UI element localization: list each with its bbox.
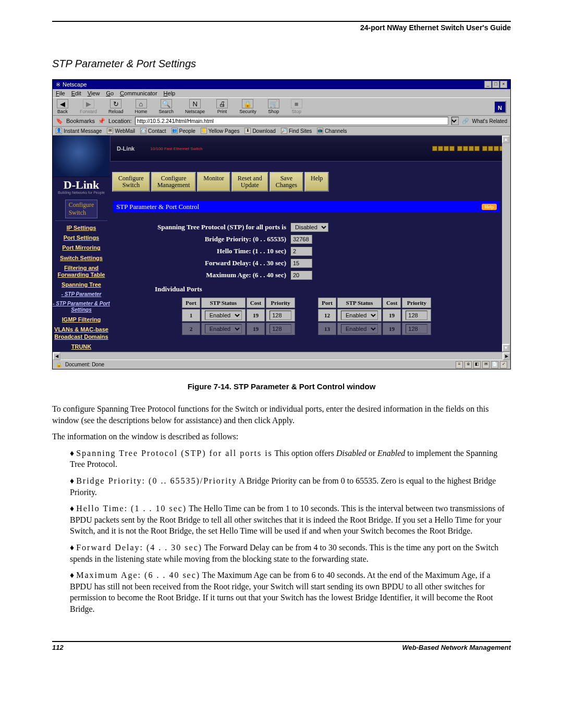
search-button[interactable]: 🔍Search	[159, 99, 174, 114]
link-contact[interactable]: 📇Contact	[140, 128, 166, 134]
netscape-button[interactable]: NNetscape	[185, 99, 205, 114]
netscape-corner-icon: N	[494, 101, 506, 113]
help-button[interactable]: Help	[482, 204, 497, 210]
scroll-right-icon[interactable]: ▶	[503, 352, 510, 360]
menu-communicator[interactable]: Communicator	[120, 90, 157, 96]
sidebar-spanning-tree[interactable]: Spanning Tree	[62, 281, 101, 288]
globe-image	[53, 135, 109, 177]
whats-related[interactable]: What's Related	[472, 118, 508, 124]
window-title: Netscape	[63, 81, 87, 88]
reload-button[interactable]: ↻Reload	[108, 99, 124, 114]
sidebar-vlans[interactable]: VLANs & MAC-base Broadcast Domains	[53, 326, 110, 340]
tab-configure-management[interactable]: ConfigureManagement	[151, 172, 197, 192]
tabs: ConfigureSwitch ConfigureManagement Moni…	[112, 172, 508, 192]
statusbar: 🔒 Document: Done ≡ ※ ◧ ✉ 📄 ✓	[53, 360, 510, 369]
people-icon: 👥	[172, 128, 178, 134]
vertical-scrollbar[interactable]: ▲ ▼	[502, 135, 510, 352]
bookmarks-button[interactable]: Bookmarks	[66, 118, 95, 124]
toolbar: ◀Back ▶Forward ↻Reload ⌂Home 🔍Search NNe…	[53, 97, 510, 116]
table-row: 1 Enabled 19 12 Enabled 19	[182, 309, 431, 322]
sidebar-top-configure[interactable]: Configure Switch	[65, 200, 98, 218]
th-status: STP Status	[201, 298, 246, 308]
sidebar-ip[interactable]: IP Settings	[67, 225, 96, 231]
back-button[interactable]: ◀Back	[57, 99, 68, 114]
sidebar-filtering[interactable]: Filtering and Forwarding Table	[53, 265, 110, 278]
doc-header: 24-port NWay Ethernet Switch User's Guid…	[52, 23, 511, 32]
port-status-select[interactable]: Enabled	[205, 311, 242, 320]
menu-view[interactable]: View	[88, 90, 100, 96]
footer-right: Web-Based Network Management	[402, 644, 511, 651]
tab-monitor[interactable]: Monitor	[197, 172, 230, 192]
link-channels[interactable]: 📺Channels	[317, 128, 347, 134]
link-webmail[interactable]: ✉WebMail	[107, 128, 135, 134]
dlink-tagline: Building Networks for People	[58, 191, 105, 194]
lock-status-icon: 🔒	[56, 362, 62, 367]
maximize-button[interactable]: □	[492, 81, 499, 88]
scroll-down-icon[interactable]: ▼	[502, 344, 510, 352]
port-status-select[interactable]: Enabled	[341, 311, 378, 320]
mail-icon: ✉	[107, 128, 113, 134]
close-button[interactable]: ×	[500, 81, 507, 88]
port-priority-input[interactable]	[270, 311, 291, 320]
forward-button[interactable]: ▶Forward	[80, 99, 97, 114]
fd-input[interactable]	[290, 258, 312, 268]
individual-ports-label: Individual Ports	[155, 285, 458, 293]
sidebar-switch-settings[interactable]: Switch Settings	[60, 255, 103, 262]
scroll-left-icon[interactable]: ◀	[53, 352, 60, 360]
shop-button[interactable]: 🛒Shop	[268, 99, 279, 114]
bp-input[interactable]	[290, 235, 312, 244]
bullet-item: ♦ Hello Time: (1 . . 10 sec) The Hello T…	[67, 503, 511, 537]
tab-help[interactable]: Help	[304, 172, 329, 192]
status-icon: ◧	[473, 361, 481, 368]
link-people[interactable]: 👥People	[172, 128, 195, 134]
tab-reset-update[interactable]: Reset andUpdate	[231, 172, 268, 192]
link-instant-message[interactable]: 👤Instant Message	[56, 128, 102, 134]
body-para-1: To configure Spanning Tree Protocol func…	[52, 403, 511, 426]
security-button[interactable]: 🔒Security	[239, 99, 256, 114]
menu-help[interactable]: Help	[164, 90, 176, 96]
location-input[interactable]	[135, 117, 448, 125]
section-title: STP Parameter & Port Settings	[52, 58, 511, 70]
sidebar-igmp[interactable]: IGMP Filtering	[62, 316, 101, 323]
find-icon: 🔎	[281, 128, 287, 134]
horizontal-scrollbar[interactable]: ◀ ▶	[53, 352, 510, 360]
menu-go[interactable]: Go	[106, 90, 114, 96]
sidebar-trunk[interactable]: TRUNK	[71, 343, 92, 350]
sidebar-stp-param-port[interactable]: - STP Parameter & Port Settings	[53, 301, 110, 313]
sidebar-port-mirror[interactable]: Port Mirroring	[62, 244, 100, 251]
stop-button[interactable]: ■Stop	[291, 99, 302, 114]
bp-label: Bridge Priority: (0 . . 65535)	[155, 235, 290, 243]
menu-edit[interactable]: Edit	[71, 90, 81, 96]
im-icon: 👤	[56, 128, 62, 134]
status-icon: ✓	[500, 361, 507, 368]
link-yellow-pages[interactable]: 📒Yellow Pages	[201, 128, 240, 134]
reload-icon: ↻	[110, 99, 121, 108]
sidebar-stp-parameter[interactable]: - STP Parameter	[62, 291, 102, 298]
search-icon: 🔍	[161, 99, 172, 108]
sidebar-port-settings[interactable]: Port Settings	[64, 235, 99, 241]
location-drop[interactable]	[451, 117, 459, 125]
lock-icon: 🔒	[242, 99, 253, 108]
fd-label: Forward Delay: (4 . . 30 sec)	[155, 259, 290, 267]
netscape-logo-icon: N	[189, 99, 201, 108]
th-port: Port	[182, 298, 200, 308]
port-priority-input[interactable]	[406, 311, 427, 320]
stp-select[interactable]: Disabled	[290, 223, 328, 232]
bullet-item: ♦ Maximum Age: (6 . . 40 sec) The Maximu…	[67, 570, 511, 614]
stp-label: Spanning Tree Protocol (STP) for all por…	[155, 223, 290, 231]
tab-configure-switch[interactable]: ConfigureSwitch	[112, 172, 150, 192]
tab-save-changes[interactable]: SaveChanges	[270, 172, 303, 192]
print-button[interactable]: 🖨Print	[216, 99, 228, 114]
titlebar: ※ Netscape _ □ ×	[53, 80, 510, 89]
scroll-up-icon[interactable]: ▲	[502, 135, 510, 143]
link-download[interactable]: ⬇Download	[244, 128, 275, 134]
ht-input[interactable]	[290, 246, 312, 256]
link-find-sites[interactable]: 🔎Find Sites	[281, 128, 312, 134]
minimize-button[interactable]: _	[484, 81, 492, 88]
home-button[interactable]: ⌂Home	[135, 99, 148, 114]
menu-file[interactable]: File	[56, 90, 65, 96]
ma-input[interactable]	[290, 270, 312, 280]
th-priority: Priority	[266, 298, 295, 308]
page-number: 112	[52, 644, 64, 651]
page-content: D-Link Building Networks for People Conf…	[53, 135, 510, 352]
